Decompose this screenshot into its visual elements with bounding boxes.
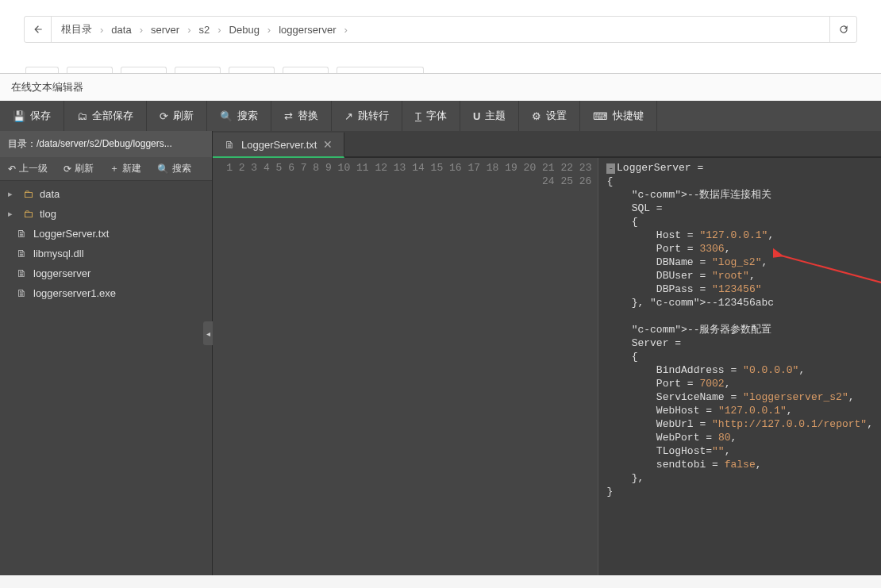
replace-button[interactable]: ⇄替换 [271,101,332,131]
refresh-icon: ⟳ [63,163,71,175]
sidebar-path-label: 目录：/data/server/s2/Debug/loggers... [0,131,212,157]
tree-file[interactable]: 🗎LoggerServer.txt [0,224,212,244]
sidebar: 目录：/data/server/s2/Debug/loggers... ↶上一级… [0,131,213,575]
chevron-right-icon: › [98,24,105,36]
tree-item-label: libmysql.dll [33,248,84,259]
svg-line-0 [781,256,881,311]
sidebar-refresh-button[interactable]: ⟳刷新 [56,162,102,175]
chevron-right-icon: › [186,24,192,36]
tab-bar: 🗎 LoggerServer.txt ✕ [213,131,881,158]
editor-window: 在线文本编辑器 💾保存 🗂全部保存 ⟳刷新 🔍搜索 ⇄替换 ↗跳转行 T字体 U… [0,73,881,575]
tree-item-label: data [40,188,60,200]
font-button[interactable]: T字体 [402,101,460,131]
chevron-right-icon: › [266,24,272,36]
up-icon: ↶ [8,163,16,175]
chevron-right-icon: › [342,24,348,36]
editor-main: 🗎 LoggerServer.txt ✕ 1 2 3 4 5 6 7 8 9 1… [213,131,881,575]
search-button[interactable]: 🔍搜索 [207,101,271,131]
sidebar-toolbar: ↶上一级 ⟳刷新 ＋新建 🔍搜索 [0,157,212,181]
chevron-right-icon: ▸ [8,189,16,199]
folder-icon: 🗀 [22,188,33,200]
sidebar-collapse-handle[interactable]: ◂ [203,321,213,345]
tree-item-label: LoggerServer.txt [33,228,109,240]
annotation-arrow [773,248,881,319]
line-gutter: 1 2 3 4 5 6 7 8 9 10 11 12 13 14 15 16 1… [213,158,598,575]
folder-icon: 🗀 [22,208,33,220]
search-icon: 🔍 [220,110,233,122]
tree-item-label: tlog [40,208,56,220]
breadcrumb-refresh-button[interactable] [829,17,856,42]
tab-label: LoggerServer.txt [241,139,317,151]
editor-toolbar: 💾保存 🗂全部保存 ⟳刷新 🔍搜索 ⇄替换 ↗跳转行 T字体 U主题 ⚙设置 ⌨… [0,101,881,131]
breadcrumb-item[interactable]: 根目录 [58,22,95,37]
tree-folder[interactable]: ▸🗀tlog [0,204,212,224]
breadcrumb-item[interactable]: s2 [195,24,213,36]
file-tree: ▸🗀data▸🗀tlog🗎LoggerServer.txt🗎libmysql.d… [0,181,212,575]
breadcrumb-item[interactable]: Debug [226,24,263,36]
tree-file[interactable]: 🗎loggerserver [0,263,212,283]
search-icon: 🔍 [157,163,169,175]
code-content[interactable]: -LoggerServer = { "c-comm">--数据库连接相关 SQL… [598,158,881,575]
editor-window-title: 在线文本编辑器 [0,74,881,101]
file-icon: 🗎 [16,267,27,279]
plus-icon: ＋ [110,162,119,175]
toolbar-refresh-button[interactable]: ⟳刷新 [147,101,207,131]
chevron-right-icon: › [138,24,144,36]
save-button[interactable]: 💾保存 [0,101,64,131]
font-icon: T [415,110,421,122]
tree-file[interactable]: 🗎libmysql.dll [0,244,212,263]
new-button[interactable]: ＋新建 [102,162,149,175]
back-button[interactable] [25,17,52,42]
up-one-level-button[interactable]: ↶上一级 [0,162,56,175]
keyboard-icon: ⌨ [593,110,608,122]
file-icon: 🗎 [16,248,27,259]
code-editor[interactable]: 1 2 3 4 5 6 7 8 9 10 11 12 13 14 15 16 1… [213,158,881,575]
tree-file[interactable]: 🗎loggerserver1.exe [0,283,212,303]
tree-item-label: loggerserver1.exe [33,287,116,299]
tab-loggerserver[interactable]: 🗎 LoggerServer.txt ✕ [213,133,344,158]
breadcrumb-bar: 根目录›data›server›s2›Debug›loggerserver› [24,16,857,43]
chevron-right-icon: ▸ [8,209,16,219]
theme-button[interactable]: U主题 [460,101,519,131]
sidebar-search-button[interactable]: 🔍搜索 [149,162,199,175]
settings-button[interactable]: ⚙设置 [519,101,580,131]
refresh-icon: ⟳ [160,110,168,122]
save-all-icon: 🗂 [77,110,87,122]
breadcrumbs: 根目录›data›server›s2›Debug›loggerserver› [52,22,829,37]
file-icon: 🗎 [16,228,27,240]
tree-item-label: loggerserver [33,267,90,279]
tab-close-icon[interactable]: ✕ [323,138,333,151]
save-icon: 💾 [13,110,25,122]
theme-icon: U [473,110,480,122]
gear-icon: ⚙ [532,110,541,122]
save-all-button[interactable]: 🗂全部保存 [64,101,147,131]
goto-line-button[interactable]: ↗跳转行 [332,101,402,131]
breadcrumb-item[interactable]: data [108,24,134,36]
chevron-right-icon: › [216,24,222,36]
shortcut-button[interactable]: ⌨快捷键 [580,101,657,131]
file-icon: 🗎 [224,139,235,151]
tree-folder[interactable]: ▸🗀data [0,184,212,204]
goto-icon: ↗ [344,110,353,122]
breadcrumb-item[interactable]: server [148,24,183,36]
file-icon: 🗎 [16,287,27,299]
replace-icon: ⇄ [284,110,293,122]
breadcrumb-item[interactable]: loggerserver [275,24,339,36]
